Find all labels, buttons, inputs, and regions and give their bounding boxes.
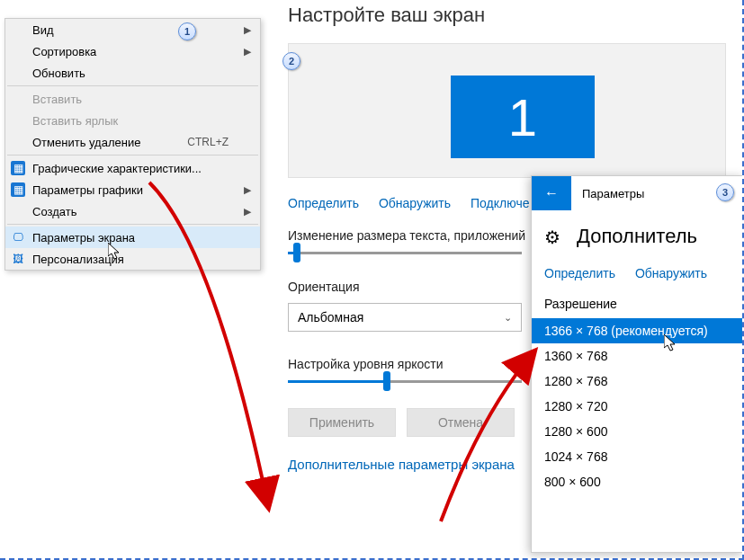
chevron-right-icon: ▶ [244,46,251,58]
ctx-label: Обновить [32,67,85,80]
ctx-paste-shortcut: Вставить ярлык [5,110,260,131]
page-title: Настройте ваш экран [288,4,726,27]
resolution-option[interactable]: 1280 × 720 [532,394,743,419]
cancel-button[interactable]: Отмена [407,408,515,437]
chip-icon: ▦ [11,182,25,197]
ctx-shortcut: CTRL+Z [187,136,229,148]
personalize-icon: 🖼 [11,252,25,266]
ctx-label: Параметры экрана [32,231,135,244]
separator [7,155,258,156]
adv-header-title: Параметры [582,187,644,200]
apply-button[interactable]: Применить [288,408,396,437]
ctx-label: Вид [32,23,54,37]
identify-link[interactable]: Определить [288,196,359,210]
adv-actions: Определить Обнаружить [532,266,743,297]
gear-icon: ⚙ [544,227,560,248]
detect-link[interactable]: Обнаружить [379,196,451,210]
advanced-display-panel: ← Параметры ⚙ Дополнитель Определить Обн… [531,175,744,553]
connect-link[interactable]: Подключе [471,196,529,210]
adv-title-text: Дополнитель [577,225,697,248]
ctx-label: Параметры графики [32,183,143,197]
ctx-label: Сортировка [32,45,96,58]
ctx-sort[interactable]: Сортировка ▶ [5,40,260,62]
chevron-right-icon: ▶ [244,184,251,196]
ctx-undo-delete[interactable]: Отменить удаление CTRL+Z [5,131,260,153]
ctx-graphics-params[interactable]: ▦ Параметры графики ▶ [5,179,260,200]
resolution-option[interactable]: 1280 × 768 [532,369,743,394]
ctx-paste: Вставить [5,88,260,110]
dropdown-value: Альбомная [298,310,363,324]
separator [7,85,258,86]
annotation-3: 3 [716,183,734,201]
orientation-dropdown[interactable]: Альбомная ⌄ [288,303,522,332]
slider-thumb[interactable] [293,243,300,262]
chevron-down-icon: ⌄ [504,312,512,324]
ctx-view[interactable]: Вид ▶ [5,19,260,40]
ctx-graphics-props[interactable]: ▦ Графические характеристики... [5,157,260,179]
ctx-label: Создать [32,205,76,218]
resolution-option[interactable]: 800 × 600 [532,469,743,494]
desktop-context-menu: Вид ▶ Сортировка ▶ Обновить Вставить Вст… [4,18,261,271]
ctx-label: Вставить [32,93,82,106]
resolution-option[interactable]: 1280 × 600 [532,419,743,444]
ctx-label: Отменить удаление [32,136,140,149]
annotation-1: 1 [178,22,196,40]
chevron-right-icon: ▶ [244,24,251,36]
adv-detect-link[interactable]: Обнаружить [635,266,707,280]
ctx-refresh[interactable]: Обновить [5,62,260,84]
ctx-label: Вставить ярлык [32,114,118,128]
back-button[interactable]: ← [532,176,571,210]
advanced-settings-link[interactable]: Дополнительные параметры экрана [288,457,515,472]
text-size-slider[interactable] [288,252,522,254]
adv-identify-link[interactable]: Определить [544,266,615,280]
annotation-2: 2 [282,52,300,70]
arrow-left-icon: ← [544,185,559,201]
monitor-1[interactable]: 1 [451,76,595,158]
ctx-label: Графические характеристики... [32,162,202,175]
chip-icon: ▦ [11,161,25,175]
resolution-option[interactable]: 1366 × 768 (рекомендуется) [532,318,743,343]
slider-fill [288,380,387,383]
ctx-display-settings[interactable]: 🖵 Параметры экрана [5,227,260,248]
monitor-icon: 🖵 [11,230,25,244]
adv-title: ⚙ Дополнитель [532,210,743,266]
resolution-label: Разрешение [532,297,743,318]
separator [7,224,258,225]
slider-thumb[interactable] [383,371,390,391]
ctx-new[interactable]: Создать ▶ [5,200,260,222]
monitor-preview-area: 1 [288,43,726,178]
ctx-personalize[interactable]: 🖼 Персонализация [5,248,260,270]
ctx-label: Персонализация [32,253,124,266]
adv-header: ← Параметры [532,176,743,210]
brightness-slider[interactable] [288,380,522,383]
resolution-option[interactable]: 1024 × 768 [532,444,743,469]
chevron-right-icon: ▶ [244,206,251,218]
resolution-option[interactable]: 1360 × 768 [532,343,743,369]
resolution-list: 1366 × 768 (рекомендуется)1360 × 7681280… [532,318,743,494]
